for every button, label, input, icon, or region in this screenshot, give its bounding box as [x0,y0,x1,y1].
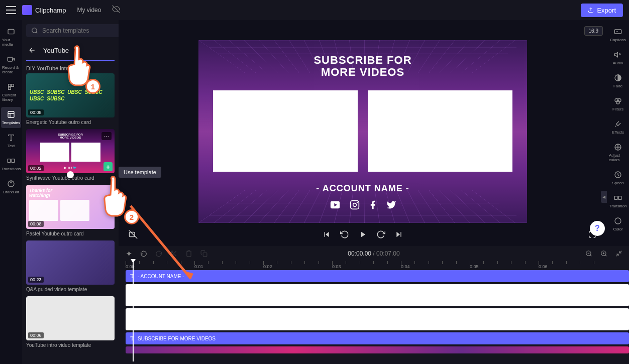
collapse-right-rail[interactable]: ◀ [601,191,607,203]
timeline-track-bg[interactable] [126,346,629,353]
template-name: YouTube intro video template [26,342,115,348]
svg-rect-4 [9,87,11,90]
template-card[interactable]: 00:23 Q&A guided video template [26,240,115,292]
svg-rect-25 [614,196,617,200]
copy-button[interactable] [200,250,208,258]
search-icon [31,27,38,34]
timeline-track-text[interactable]: - ACCOUNT NAME - [126,270,629,282]
preview-canvas[interactable]: SUBSCRIBE FORMORE VIDEOS - ACCOUNT NAME … [198,40,527,223]
svg-rect-0 [8,29,14,34]
annotation-hand-2: 2 [96,175,132,222]
instagram-icon [350,200,360,210]
rail-speed[interactable]: Speed [608,167,628,188]
export-label: Export [597,7,616,14]
timeline-track-video[interactable] [126,308,629,330]
visibility-icon[interactable] [112,5,120,15]
preview-placeholder-left [213,90,358,172]
svg-point-27 [615,218,621,224]
svg-point-9 [11,182,12,183]
template-name: Pastel Youtube outro card [26,231,115,236]
rail-content-library[interactable]: Content library [1,79,21,105]
timeline-ruler[interactable]: 0:000:010:020:030:040:050:06 [126,261,629,270]
rail-text[interactable]: Text [1,130,21,151]
annotation-hand-1: 1 [60,44,95,91]
template-name: Q&A guided video template [26,287,115,292]
zoom-in-button[interactable] [600,250,608,258]
rail-templates[interactable]: Templates [1,107,21,128]
help-button[interactable]: ? [590,221,605,236]
export-button[interactable]: Export [581,4,623,17]
svg-rect-26 [618,196,621,200]
template-add-button[interactable]: + [103,162,113,171]
play-button[interactable] [358,230,367,239]
hamburger-menu[interactable] [6,6,16,14]
facebook-icon [368,200,378,210]
time-display: 00:00.00 / 00:07.00 [348,250,399,257]
preview-title: SUBSCRIBE FORMORE VIDEOS [198,54,527,78]
youtube-icon [329,200,342,210]
svg-line-33 [131,206,191,279]
fit-button[interactable] [615,250,623,258]
back-button[interactable] [26,44,38,56]
forward-button[interactable] [376,230,385,239]
rail-transition[interactable]: Transition [608,190,628,211]
template-duration: 00:23 [28,277,44,283]
svg-point-15 [353,203,357,207]
svg-rect-6 [8,159,10,163]
text-icon [130,336,135,341]
project-title[interactable]: My video [72,5,106,16]
rail-fade[interactable]: Fade [608,70,628,91]
zoom-out-button[interactable] [585,250,593,258]
skip-back-button[interactable] [322,230,331,239]
rail-audio[interactable]: Audio [608,47,628,68]
rail-captions[interactable]: Captions [608,24,628,45]
template-duration: 00:08 [28,109,44,115]
template-duration: 00:06 [28,332,44,338]
svg-rect-3 [12,84,14,87]
rail-effects[interactable]: Effects [608,116,628,138]
timeline-track-video[interactable] [126,284,629,306]
preview-social-icons [198,200,527,210]
template-duration: 00:02 [28,165,44,171]
rail-transitions[interactable]: Transitions [1,153,21,174]
twitter-icon [386,200,397,210]
template-more-button[interactable]: ⋯ [101,132,112,140]
svg-rect-30 [203,253,207,257]
svg-point-10 [32,28,37,33]
app-logo: Clipchamp [22,5,66,15]
logo-icon [22,5,32,15]
timeline-track-text[interactable]: SUBSCRIBE FOR MORE VIDEOS [126,332,629,344]
rewind-button[interactable] [340,230,349,239]
app-name: Clipchamp [35,7,66,14]
aspect-ratio-badge[interactable]: 16:9 [584,26,603,36]
svg-rect-2 [9,84,11,87]
scrubber-handle[interactable] [67,171,74,178]
template-card-selected[interactable]: SUBSCRIBE FORMORE VIDEOS ▶ ◉ f 🐦 ⋯ 00:02… [26,129,115,181]
template-name: Energetic Youtube outro card [26,119,115,125]
svg-rect-7 [12,159,14,163]
rail-color[interactable]: Color [608,213,628,234]
svg-point-16 [357,202,358,203]
rail-brand-kit[interactable]: Brand kit [1,176,21,197]
svg-rect-5 [8,111,14,117]
rail-adjust-colors[interactable]: Adjust colors [608,140,628,165]
preview-placeholder-right [368,90,512,172]
rail-filters[interactable]: Filters [608,93,628,114]
search-input[interactable] [42,27,118,34]
template-duration: 00:08 [28,221,44,227]
search-bar[interactable] [26,24,119,37]
rail-record-create[interactable]: Record & create [1,52,21,77]
skip-forward-button[interactable] [394,230,403,239]
preview-account-name: - ACCOUNT NAME - [198,183,527,194]
template-card[interactable]: 00:06 YouTube intro video template [26,296,115,348]
rail-your-media[interactable]: Your media [1,24,21,50]
